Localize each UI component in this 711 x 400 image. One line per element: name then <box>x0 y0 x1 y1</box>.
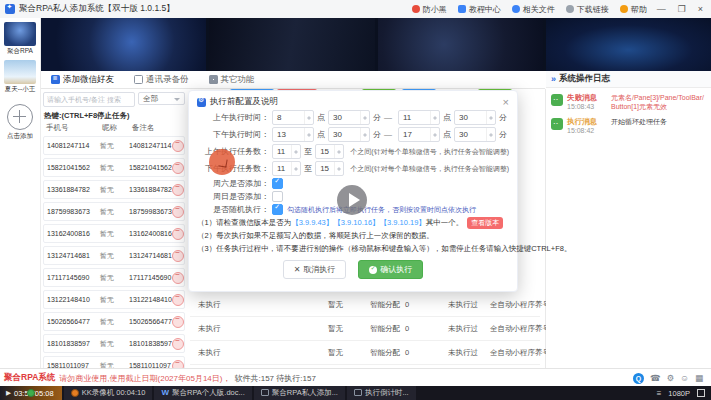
spinner-arrows[interactable] <box>334 145 343 158</box>
account-thumbnail[interactable] <box>4 60 36 84</box>
spinner-arrows[interactable] <box>430 111 439 124</box>
spinner-arrows[interactable] <box>430 128 439 141</box>
pm-end-minute-input[interactable]: 30 <box>454 127 496 142</box>
table-row[interactable]: 18101838597暂无18101838597 <box>43 334 185 353</box>
grid-icon <box>209 75 218 84</box>
spinner-arrows[interactable] <box>304 111 313 124</box>
search-input[interactable] <box>43 92 135 107</box>
column-nickname: 昵称 <box>102 123 132 133</box>
delete-account-icon[interactable] <box>172 250 184 262</box>
menu-item-tutorial[interactable]: 教程中心 <box>458 4 501 15</box>
tab-contacts-backup[interactable]: 通讯录备份 <box>124 71 199 88</box>
table-row[interactable]: 18759983673暂无18759983673 <box>43 202 185 221</box>
spinner-arrows[interactable] <box>304 128 313 141</box>
log-entry: 失败消息 15:08:43 元素名/Pane[3]/Pane/ToolBar/B… <box>546 88 711 112</box>
delete-account-icon[interactable] <box>172 316 184 328</box>
table-row[interactable]: 14081247114暂无14081247114 <box>43 136 185 155</box>
taskbar-item-word-doc[interactable]: W聚合RPA个人版.doc... <box>154 386 251 400</box>
document-icon <box>458 5 466 13</box>
spinner-arrows[interactable] <box>360 128 369 141</box>
spinner-arrows[interactable] <box>486 111 495 124</box>
spinner-arrows[interactable] <box>334 162 343 175</box>
check-version-button[interactable]: 查看版本 <box>467 217 503 229</box>
table-row[interactable]: 未执行 暂无 智能分配 0 未执行过 全自动小程序养号 <box>190 318 540 341</box>
spinner-arrows[interactable] <box>291 145 300 158</box>
saturday-checkbox[interactable] <box>272 178 283 189</box>
delete-account-icon[interactable] <box>172 162 184 174</box>
video-progress-time[interactable]: ▶ 03:57/05:08 <box>0 386 62 400</box>
tab-add-wechat-friends[interactable]: 添加微信好友 <box>41 71 124 88</box>
table-row[interactable]: 13124714681暂无13124714681 <box>43 246 185 265</box>
menu-item-files[interactable]: 相关文件 <box>512 4 555 15</box>
spinner-arrows[interactable] <box>486 128 495 141</box>
confirm-execution-button[interactable]: 确认执行 <box>358 260 423 279</box>
am-count-max-input[interactable]: 15 <box>315 144 344 159</box>
player-menu-icon[interactable]: ≡ <box>657 389 662 398</box>
table-row[interactable]: 未执行 暂无 智能分配 0 未执行过 全自动小程序养号 <box>190 294 540 317</box>
pm-end-hour-input[interactable]: 17 <box>398 127 440 142</box>
menu-item-anti-block[interactable]: 防小黑 <box>412 4 447 15</box>
table-row[interactable]: 17117145690暂无17117145690 <box>43 268 185 287</box>
hotkey-tip: 热键:(CTRL+F8停止任务) <box>44 111 185 121</box>
menu-item-help[interactable]: 帮助 <box>620 4 647 15</box>
menu-item-download[interactable]: 下载链接 <box>566 4 609 15</box>
phone-tray-icon[interactable]: ☎ <box>650 373 661 383</box>
pm-start-minute-input[interactable]: 30 <box>328 127 370 142</box>
player-controls: ≡ 1080P <box>657 389 705 398</box>
monitor-icon <box>261 389 269 396</box>
add-account-button[interactable] <box>7 104 33 130</box>
delete-account-icon[interactable] <box>172 272 184 284</box>
table-row[interactable]: 15821041562暂无15821041562 <box>43 158 185 177</box>
app-logo-caption: 聚合RPA <box>0 47 40 56</box>
pm-count-min-input[interactable]: 11 <box>272 161 301 176</box>
spinner-arrows[interactable] <box>291 162 300 175</box>
delete-account-icon[interactable] <box>172 338 184 350</box>
dialog-close-icon[interactable]: × <box>503 97 509 107</box>
spinner-arrows[interactable] <box>360 111 369 124</box>
pm-start-hour-input[interactable]: 13 <box>272 127 314 142</box>
table-row[interactable]: 未执行 暂无 智能分配 0 未执行过 全自动小程序养号 <box>190 342 540 365</box>
cancel-execution-button[interactable]: ✕取消执行 <box>283 260 347 279</box>
grid-tray-icon[interactable]: ▦ <box>695 373 703 383</box>
delete-account-icon[interactable] <box>172 360 184 369</box>
am-end-minute-input[interactable]: 30 <box>454 110 496 125</box>
taskbar: ▶ 03:57/05:08 KK录像机 00:04:10 W聚合RPA个人版.d… <box>0 386 711 400</box>
taskbar-item-countdown[interactable]: 执行倒计时... <box>347 386 416 400</box>
delete-account-icon[interactable] <box>172 294 184 306</box>
play-button-overlay[interactable] <box>337 185 367 215</box>
pm-count-max-input[interactable]: 15 <box>315 161 344 176</box>
am-count-min-input[interactable]: 11 <box>272 144 301 159</box>
table-row[interactable]: 13361884782暂无13361884782 <box>43 180 185 199</box>
log-entry: 执行消息 15:08:42 开始循环处理任务 <box>546 112 711 134</box>
table-row[interactable]: 13122148410暂无13122148410 <box>43 290 185 309</box>
table-row[interactable]: 13162400816暂无13162400816 <box>43 224 185 243</box>
delete-account-icon[interactable] <box>172 184 184 196</box>
random-exec-checkbox[interactable] <box>272 204 283 215</box>
quality-label[interactable]: 1080P <box>668 389 690 398</box>
taskbar-item-rpa-app[interactable]: 聚合RPA私人添加... <box>254 386 345 400</box>
account-caption: 夏天--小王 <box>0 85 40 94</box>
titlebar-menu: 防小黑 教程中心 相关文件 下载链接 帮助 <box>412 4 647 15</box>
fullscreen-icon[interactable] <box>697 389 705 397</box>
q-browser-tray-icon[interactable]: Q <box>633 373 644 384</box>
status-bar: 聚合RPA系统 请勿商业使用,使用截止日期(2027年05月14日)， 软件共:… <box>0 368 711 387</box>
am-start-minute-input[interactable]: 30 <box>328 110 370 125</box>
table-row[interactable]: 15811011097暂无15811011097 <box>43 356 185 368</box>
am-end-hour-input[interactable]: 11 <box>398 110 440 125</box>
delete-account-icon[interactable] <box>172 140 184 152</box>
close-button[interactable]: × <box>698 4 703 14</box>
smiley-tray-icon[interactable]: ☺ <box>680 373 689 383</box>
maximize-button[interactable]: ❐ <box>678 4 686 14</box>
filter-dropdown[interactable]: 全部 <box>138 92 185 105</box>
delete-account-icon[interactable] <box>172 228 184 240</box>
table-row[interactable]: 15026566477暂无15026566477 <box>43 312 185 331</box>
delete-account-icon[interactable] <box>172 206 184 218</box>
add-account-caption: 点击添加 <box>0 132 40 141</box>
am-start-hour-input[interactable]: 8 <box>272 110 314 125</box>
minimize-button[interactable]: — <box>657 4 666 14</box>
gear-tray-icon[interactable]: ⚙ <box>667 373 675 383</box>
app-logo-image[interactable] <box>4 22 36 46</box>
tab-other-functions[interactable]: 其它功能 <box>199 71 265 88</box>
taskbar-item-kk-recorder[interactable]: KK录像机 00:04:10 <box>64 386 153 400</box>
sunday-checkbox[interactable] <box>272 191 283 202</box>
